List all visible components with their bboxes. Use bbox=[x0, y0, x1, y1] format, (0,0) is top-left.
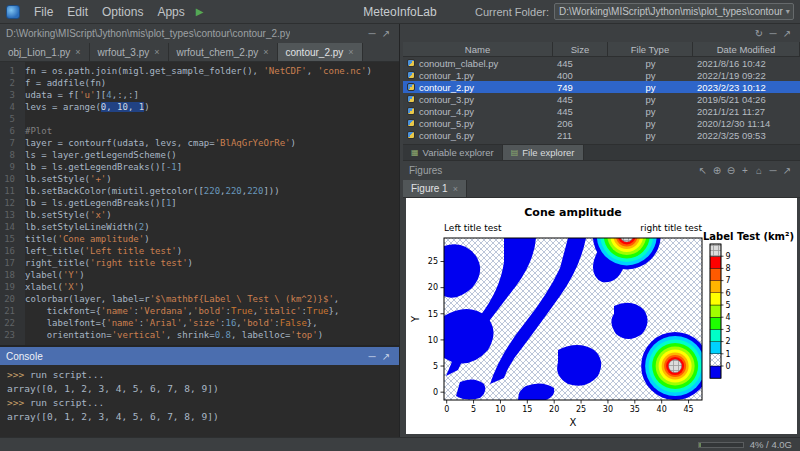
editor-tab-obj_Lion_1-py[interactable]: obj_Lion_1.py× bbox=[0, 43, 90, 61]
console-line: array([0, 1, 2, 3, 4, 5, 6, 7, 8, 9]) bbox=[7, 382, 392, 396]
file-table: Name Size File Type Date Modified conout… bbox=[403, 42, 800, 144]
line-number: 12 bbox=[0, 197, 20, 209]
column-name[interactable]: Name bbox=[403, 42, 553, 56]
figure-canvas[interactable]: 051015202530354045 0510152025 0123456789… bbox=[406, 198, 797, 434]
line-number: 8 bbox=[0, 149, 20, 161]
figure-area[interactable]: 051015202530354045 0510152025 0123456789… bbox=[406, 198, 797, 434]
current-folder-combobox[interactable]: D:\Working\MIScript\Jython\mis\plot_type… bbox=[554, 3, 794, 20]
file-size: 211 bbox=[553, 130, 608, 141]
file-type: py bbox=[608, 70, 693, 81]
menu-apps[interactable]: Apps bbox=[150, 3, 191, 21]
column-file-type[interactable]: File Type bbox=[608, 42, 693, 56]
column-size[interactable]: Size bbox=[553, 42, 608, 56]
code-area[interactable]: 1fn = os.path.join(migl.get_sample_folde… bbox=[0, 62, 399, 345]
float-icon[interactable]: ↗ bbox=[379, 28, 393, 39]
refresh-icon[interactable]: ↻ bbox=[752, 28, 766, 39]
line-number: 1 bbox=[0, 65, 20, 77]
file-row[interactable]: contour_2.py749py2023/2/23 10:12 bbox=[403, 81, 800, 93]
figure-tab-label: Figure 1 bbox=[411, 183, 448, 194]
file-date-modified: 2019/5/21 04:26 bbox=[693, 94, 800, 105]
file-size: 749 bbox=[553, 82, 608, 93]
menu-options[interactable]: Options bbox=[95, 3, 150, 21]
line-number: 19 bbox=[0, 281, 20, 293]
full-extent-icon[interactable]: ⌂ bbox=[752, 165, 766, 176]
svg-text:35: 35 bbox=[630, 405, 640, 414]
tab-file-explorer[interactable]: ▤File explorer bbox=[503, 145, 584, 160]
column-date-modified[interactable]: Date Modified bbox=[693, 42, 800, 56]
tab-figure-1[interactable]: Figure 1 × bbox=[403, 180, 467, 197]
code-line: 5 bbox=[0, 113, 399, 125]
minimize-icon[interactable]: ─ bbox=[365, 28, 379, 39]
editor-tab-contour_2-py[interactable]: contour_2.py× bbox=[278, 43, 363, 61]
svg-text:5: 5 bbox=[726, 301, 731, 310]
current-folder-value: D:\Working\MIScript\Jython\mis\plot_type… bbox=[559, 6, 783, 17]
code-line: 19xlabel('X') bbox=[0, 281, 399, 293]
minimize-icon[interactable]: ─ bbox=[766, 28, 780, 39]
file-name: contour_5.py bbox=[419, 118, 474, 129]
svg-text:8: 8 bbox=[726, 264, 731, 273]
console-output[interactable]: >>> run script...array([0, 1, 2, 3, 4, 5… bbox=[0, 365, 399, 427]
editor-header-icons: ─↗ bbox=[365, 28, 393, 39]
menu-items: FileEditOptionsApps bbox=[27, 3, 192, 21]
y-axis-label: Y bbox=[410, 315, 421, 323]
file-row[interactable]: contour_1.py400py2022/1/19 09:22 bbox=[403, 69, 800, 81]
float-icon[interactable]: ↗ bbox=[379, 351, 393, 362]
menu-file[interactable]: File bbox=[27, 3, 60, 21]
file-size: 445 bbox=[553, 106, 608, 117]
file-name: contour_6.py bbox=[419, 130, 474, 141]
line-number: 6 bbox=[0, 125, 20, 137]
file-row[interactable]: contour_3.py445py2019/5/21 04:26 bbox=[403, 93, 800, 105]
editor-tab-label: obj_Lion_1.py bbox=[8, 47, 70, 58]
svg-text:0: 0 bbox=[433, 388, 438, 397]
svg-text:45: 45 bbox=[683, 405, 693, 414]
figures-toolbar: ↖⊕⊖+⌂─↗ bbox=[696, 165, 794, 176]
file-size: 400 bbox=[553, 70, 608, 81]
explorer-tab-bar: ▦Variable explorer▤File explorer bbox=[403, 144, 800, 160]
code-line: 2f = addfile(fn) bbox=[0, 77, 399, 89]
run-script-icon[interactable]: ▶ bbox=[196, 6, 204, 17]
svg-text:5: 5 bbox=[433, 362, 438, 371]
float-icon[interactable]: ↗ bbox=[780, 28, 794, 39]
editor-tab-wrfout_3-py[interactable]: wrfout_3.py× bbox=[90, 43, 169, 61]
pointer-icon[interactable]: ↖ bbox=[696, 165, 710, 176]
chart-left-title: Left title test bbox=[444, 223, 502, 233]
code-line: 6#Plot bbox=[0, 125, 399, 137]
svg-text:1: 1 bbox=[726, 350, 731, 359]
editor-tab-wrfout_chem_2-py[interactable]: wrfout_chem_2.py× bbox=[169, 43, 278, 61]
close-tab-icon[interactable]: × bbox=[348, 47, 353, 57]
file-row[interactable]: contour_6.py211py2022/3/25 09:53 bbox=[403, 129, 800, 141]
file-table-header: Name Size File Type Date Modified bbox=[403, 42, 800, 57]
file-date-modified: 2022/1/19 09:22 bbox=[693, 70, 800, 81]
svg-text:0: 0 bbox=[726, 362, 731, 371]
close-figure-icon[interactable]: × bbox=[453, 184, 458, 194]
svg-text:15: 15 bbox=[428, 310, 438, 319]
python-file-icon bbox=[407, 131, 415, 139]
editor-tab-bar: obj_Lion_1.py×wrfout_3.py×wrfout_chem_2.… bbox=[0, 43, 399, 62]
chevron-down-icon[interactable]: ▾ bbox=[783, 7, 790, 16]
y-axis-ticks: 0510152025 bbox=[428, 257, 444, 397]
file-name: conoutm_clabel.py bbox=[419, 58, 498, 69]
svg-text:7: 7 bbox=[726, 276, 731, 285]
zoom-out-icon[interactable]: ⊖ bbox=[724, 165, 738, 176]
code-line: 21 tickfont={'name':'Verdana','bold':Tru… bbox=[0, 305, 399, 317]
tab-variable-explorer[interactable]: ▦Variable explorer bbox=[403, 145, 503, 160]
code-line: 11lb.setBackColor(miutil.getcolor([220,2… bbox=[0, 185, 399, 197]
code-line: 16left_title('Left title test') bbox=[0, 245, 399, 257]
close-tab-icon[interactable]: × bbox=[75, 47, 80, 57]
line-number: 21 bbox=[0, 305, 20, 317]
file-row[interactable]: conoutm_clabel.py445py2021/8/16 10:42 bbox=[403, 57, 800, 69]
file-row[interactable]: contour_4.py445py2021/1/21 11:27 bbox=[403, 105, 800, 117]
close-tab-icon[interactable]: × bbox=[263, 47, 268, 57]
file-size: 206 bbox=[553, 118, 608, 129]
minimize-icon[interactable]: ─ bbox=[365, 351, 379, 362]
file-row[interactable]: contour_5.py206py2020/12/30 11:14 bbox=[403, 117, 800, 129]
pan-icon[interactable]: + bbox=[738, 165, 752, 176]
minimize-icon[interactable]: ─ bbox=[766, 165, 780, 176]
float-icon[interactable]: ↗ bbox=[780, 165, 794, 176]
menu-edit[interactable]: Edit bbox=[60, 3, 95, 21]
file-tab-icon: ▤ bbox=[511, 148, 519, 157]
file-explorer-header: ↻─↗ bbox=[403, 24, 800, 43]
file-type: py bbox=[608, 82, 693, 93]
close-tab-icon[interactable]: × bbox=[154, 47, 159, 57]
zoom-in-icon[interactable]: ⊕ bbox=[710, 165, 724, 176]
